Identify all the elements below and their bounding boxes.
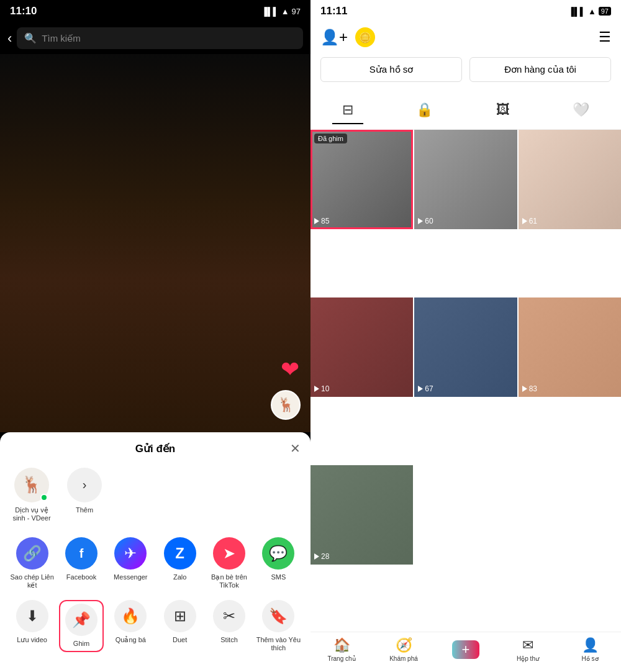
play-count-6: 83 (522, 384, 537, 393)
my-orders-button[interactable]: Đơn hàng của tôi (469, 57, 611, 82)
share-item-pin[interactable]: 📌 Ghim (59, 600, 103, 652)
zalo-icon: Z (164, 537, 196, 570)
profile-tabs: ⊟ 🔒 🖼 🤍 (310, 92, 621, 130)
right-status-icons: ▐▌▌ ▲ 97 (568, 7, 611, 16)
bottom-nav: 🏠 Trang chủ 🧭 Khám phá + ✉ Hộp thư 👤 Hồ … (310, 632, 621, 672)
nav-home[interactable]: 🏠 Trang chủ (323, 637, 360, 662)
stitch-label: Stitch (220, 636, 238, 644)
share-item-copy-link[interactable]: 🔗 Sao chép Liên kết (10, 537, 54, 589)
share-item-sms[interactable]: 💬 SMS (256, 537, 301, 589)
tab-videos[interactable]: ⊟ (332, 97, 363, 124)
add-icon[interactable]: + (452, 640, 479, 659)
contact-item-vdeer[interactable]: 🦌 Dịch vụ vệ sinh - VDeer (10, 468, 53, 522)
edit-profile-button[interactable]: Sửa hồ sơ (320, 57, 462, 82)
tab-locked[interactable]: 🔒 (406, 97, 443, 124)
more-circle: › (67, 468, 102, 502)
video-thumb-4[interactable]: 10 (310, 297, 413, 397)
avatar: 🦌 (271, 390, 301, 420)
promote-label: Quảng bá (116, 636, 146, 644)
nav-explore[interactable]: 🧭 Khám phá (385, 637, 422, 662)
video-thumb-1[interactable]: Đã ghim 85 (310, 130, 413, 229)
nav-profile[interactable]: 👤 Hồ sơ (571, 637, 609, 662)
contact-name-vdeer: Dịch vụ vệ sinh - VDeer (10, 506, 53, 522)
inbox-label: Hộp thư (517, 655, 539, 662)
save-video-label: Lưu video (17, 636, 47, 644)
home-icon: 🏠 (333, 637, 350, 653)
left-status-icons: ▐▌▌ ▲ 97 (261, 7, 301, 16)
sms-icon: 💬 (262, 537, 294, 570)
wifi-icon-right: ▲ (588, 7, 596, 16)
tab-liked[interactable]: 🤍 (563, 97, 599, 124)
video-thumb-7[interactable]: 28 (310, 465, 413, 565)
signal-icon-right: ▐▌▌ (568, 7, 586, 16)
share-item-tiktok-friends[interactable]: ➤ Bạn bè trên TikTok (207, 537, 251, 589)
video-area: 🦌 ❤ (0, 54, 310, 432)
promote-icon: 🔥 (114, 600, 147, 632)
online-indicator (40, 494, 48, 501)
coin-icon[interactable]: 🪙 (355, 27, 375, 47)
tiktok-friends-icon: ➤ (213, 537, 245, 570)
share-item-facebook[interactable]: f Facebook (59, 537, 103, 589)
share-item-stitch[interactable]: ✂ Stitch (207, 600, 251, 652)
profile-label: Hồ sơ (582, 655, 599, 662)
right-header: 👤+ 🪙 ☰ (310, 22, 621, 52)
share-item-duet[interactable]: ⊞ Duet (158, 600, 202, 652)
battery-icon-right: 97 (599, 7, 611, 16)
back-button[interactable]: ‹ (7, 30, 12, 47)
copy-link-icon: 🔗 (16, 537, 48, 570)
play-count-5: 67 (418, 384, 433, 393)
explore-label: Khám phá (389, 655, 418, 662)
search-input[interactable]: Tìm kiếm (42, 33, 80, 44)
bottom-sheet: Gửi đến ✕ 🦌 Dịch vụ vệ sinh - VDeer › Th… (0, 432, 310, 672)
heart-icon[interactable]: ❤ (281, 356, 299, 383)
share-item-promote[interactable]: 🔥 Quảng bá (109, 600, 153, 652)
video-thumb-5[interactable]: 67 (414, 297, 517, 397)
play-count-1: 85 (314, 217, 329, 225)
left-search-bar: ‹ 🔍 Tìm kiếm (0, 22, 310, 54)
play-count-3: 61 (522, 217, 537, 225)
video-grid: Đã ghim 85 60 61 10 (310, 130, 621, 632)
left-panel: 11:10 ▐▌▌ ▲ 97 ‹ 🔍 Tìm kiếm 🦌 ❤ Gửi đến … (0, 0, 310, 672)
nav-inbox[interactable]: ✉ Hộp thư (509, 637, 546, 662)
right-status-bar: 11:11 ▐▌▌ ▲ 97 (310, 0, 621, 22)
close-button[interactable]: ✕ (290, 441, 301, 456)
video-background (0, 54, 310, 432)
messenger-icon: ✈ (114, 537, 147, 570)
add-favorite-icon: 🔖 (262, 600, 294, 632)
wifi-icon: ▲ (281, 7, 289, 16)
video-thumb-6[interactable]: 83 (519, 297, 621, 397)
contact-avatar-vdeer: 🦌 (14, 468, 49, 502)
sms-label: SMS (271, 573, 286, 581)
duet-label: Duet (173, 636, 187, 644)
share-item-add-favorite[interactable]: 🔖 Thêm vào Yêu thích (256, 600, 301, 652)
battery-icon: 97 (292, 7, 301, 16)
contact-item-more[interactable]: › Thêm (66, 468, 103, 522)
right-time: 11:11 (320, 5, 347, 17)
facebook-icon: f (65, 537, 97, 570)
explore-icon: 🧭 (396, 637, 412, 653)
home-label: Trang chủ (327, 655, 355, 662)
pinned-badge: Đã ghim (314, 134, 347, 143)
duet-icon: ⊞ (164, 600, 196, 632)
left-status-bar: 11:10 ▐▌▌ ▲ 97 (0, 0, 310, 22)
tab-shared[interactable]: 🖼 (486, 97, 520, 124)
share-item-zalo[interactable]: Z Zalo (158, 537, 202, 589)
nav-add[interactable]: + (447, 640, 484, 659)
video-thumb-3[interactable]: 61 (519, 130, 621, 229)
inbox-icon: ✉ (522, 637, 533, 653)
add-friend-icon[interactable]: 👤+ (320, 29, 348, 46)
video-thumb-2[interactable]: 60 (414, 130, 517, 229)
hamburger-icon[interactable]: ☰ (599, 29, 611, 45)
play-count-7: 28 (314, 552, 329, 561)
share-item-messenger[interactable]: ✈ Messenger (109, 537, 153, 589)
profile-buttons: Sửa hồ sơ Đơn hàng của tôi (310, 52, 621, 87)
signal-icon: ▐▌▌ (261, 7, 279, 16)
share-item-save-video[interactable]: ⬇ Lưu video (10, 600, 54, 652)
profile-icon: 👤 (582, 637, 599, 653)
facebook-label: Facebook (66, 573, 96, 581)
stitch-icon: ✂ (213, 600, 245, 632)
search-container[interactable]: 🔍 Tìm kiếm (17, 27, 303, 49)
messenger-label: Messenger (114, 573, 147, 581)
zalo-label: Zalo (173, 573, 186, 581)
contacts-row: 🦌 Dịch vụ vệ sinh - VDeer › Thêm (0, 463, 310, 532)
